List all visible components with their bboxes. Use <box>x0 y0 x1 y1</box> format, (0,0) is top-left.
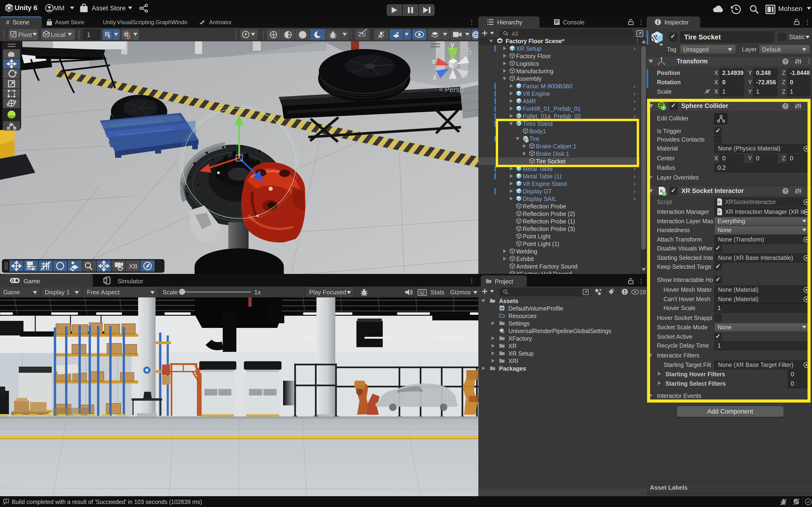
svg-text:Y: Y <box>108 35 110 39</box>
svg-text:< Persp: < Persp <box>439 86 463 94</box>
svg-text:z: z <box>433 72 437 81</box>
svg-text:XB: XB <box>129 263 138 270</box>
svg-text:x: x <box>432 57 436 65</box>
svg-text:?: ? <box>784 59 787 64</box>
svg-text:y: y <box>450 41 454 49</box>
